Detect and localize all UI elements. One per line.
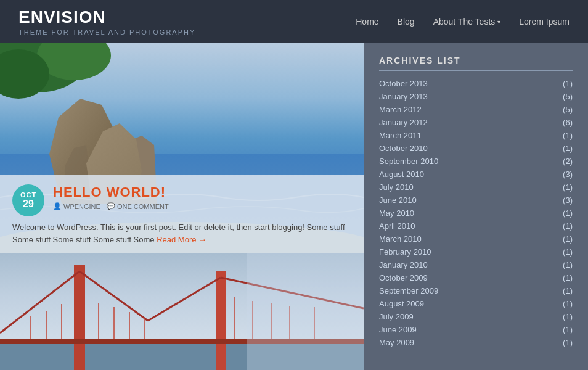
archive-item: January 2010(1) (379, 258, 573, 271)
archive-item: August 2009(1) (379, 297, 573, 310)
svg-rect-30 (247, 253, 364, 370)
archive-link[interactable]: July 2009 (379, 312, 414, 321)
archive-item: June 2010(3) (379, 194, 573, 207)
archive-count: (1) (563, 144, 573, 153)
post1-header: OCT 29 HELLO WORLD! 👤 WPENGINE 💬 (12, 184, 351, 216)
content-area: OCT 29 HELLO WORLD! 👤 WPENGINE 💬 (0, 43, 364, 370)
archive-count: (1) (563, 312, 573, 321)
nav-home[interactable]: Home (356, 17, 378, 27)
main-nav: Home Blog About The Tests ▾ Lorem Ipsum (356, 17, 570, 27)
archive-count: (1) (563, 247, 573, 257)
archive-link[interactable]: June 2009 (379, 325, 417, 334)
post1-excerpt: Welcome to WordPress. This is your first… (12, 221, 351, 245)
archive-count: (1) (563, 260, 573, 269)
chevron-down-icon: ▾ (497, 18, 500, 25)
archive-count: (1) (563, 299, 573, 308)
post1-title-area: HELLO WORLD! 👤 WPENGINE 💬 ONE COMMENT (53, 184, 169, 210)
archive-count: (1) (563, 338, 573, 347)
post2-image (0, 253, 364, 370)
site-tagline: THEME FOR TRAVEL AND PHOTOGRAPHY (18, 28, 195, 36)
archive-item: March 2010(1) (379, 232, 573, 245)
svg-rect-12 (216, 271, 226, 370)
archive-item: January 2013(5) (379, 90, 573, 103)
archive-link[interactable]: May 2010 (379, 208, 414, 218)
archive-count: (1) (563, 325, 573, 334)
archive-link[interactable]: October 2009 (379, 273, 428, 282)
archive-item: October 2009(1) (379, 271, 573, 284)
archive-item: June 2009(1) (379, 323, 573, 336)
post1-comments: 💬 ONE COMMENT (107, 202, 169, 210)
nav-about-tests[interactable]: About The Tests ▾ (433, 17, 501, 27)
post1-image-container: OCT 29 HELLO WORLD! 👤 WPENGINE 💬 (0, 43, 364, 253)
archive-item: April 2010(1) (379, 220, 573, 232)
site-title: ENVISION (18, 7, 195, 27)
archive-count: (5) (563, 92, 573, 101)
archive-link[interactable]: August 2010 (379, 170, 424, 179)
archive-link[interactable]: October 2013 (379, 79, 428, 88)
post1-title[interactable]: HELLO WORLD! (53, 184, 169, 200)
archive-link[interactable]: January 2012 (379, 118, 428, 127)
archive-link[interactable]: October 2010 (379, 144, 428, 153)
archive-count: (1) (563, 273, 573, 282)
archive-item: September 2010(2) (379, 155, 573, 168)
archive-count: (1) (563, 79, 573, 88)
author-icon: 👤 (53, 202, 62, 210)
post1-author: 👤 WPENGINE (53, 202, 100, 210)
archive-item: March 2011(1) (379, 129, 573, 142)
post1-meta: 👤 WPENGINE 💬 ONE COMMENT (53, 202, 169, 210)
archive-item: May 2009(1) (379, 336, 573, 349)
archive-item: August 2010(3) (379, 168, 573, 181)
archive-item: October 2013(1) (379, 77, 573, 90)
archive-item: September 2009(1) (379, 284, 573, 297)
sidebar: ARCHIVES LIST October 2013(1)January 201… (364, 43, 588, 370)
archives-title: ARCHIVES LIST (379, 56, 573, 65)
archive-link[interactable]: July 2010 (379, 183, 414, 192)
archive-count: (5) (563, 105, 573, 114)
svg-rect-11 (74, 265, 85, 370)
archive-count: (6) (563, 118, 573, 127)
archive-count: (2) (563, 157, 573, 166)
archive-link[interactable]: January 2010 (379, 260, 428, 269)
archive-item: February 2010(1) (379, 245, 573, 258)
archive-item: October 2010(1) (379, 142, 573, 155)
post1-date-badge: OCT 29 (12, 184, 44, 216)
archive-count: (1) (563, 234, 573, 244)
archive-link[interactable]: March 2011 (379, 131, 422, 140)
post1-day: 29 (23, 199, 34, 210)
archive-link[interactable]: March 2012 (379, 105, 422, 114)
archives-divider (379, 70, 573, 71)
archive-link[interactable]: August 2009 (379, 299, 424, 308)
archive-item: January 2012(6) (379, 116, 573, 129)
archive-item: July 2009(1) (379, 310, 573, 323)
archive-link[interactable]: February 2010 (379, 247, 431, 257)
archive-count: (1) (563, 208, 573, 218)
archive-link[interactable]: September 2010 (379, 157, 438, 166)
archive-link[interactable]: April 2010 (379, 221, 415, 231)
archive-link[interactable]: September 2009 (379, 286, 438, 295)
archive-link[interactable]: January 2013 (379, 92, 428, 101)
nav-lorem-ipsum[interactable]: Lorem Ipsum (519, 17, 570, 27)
site-branding: ENVISION THEME FOR TRAVEL AND PHOTOGRAPH… (18, 7, 195, 36)
archive-count: (1) (563, 131, 573, 140)
comment-icon: 💬 (107, 202, 115, 210)
bridge-svg (0, 253, 364, 370)
archive-item: March 2012(5) (379, 103, 573, 116)
nav-blog[interactable]: Blog (398, 17, 415, 27)
archive-link[interactable]: May 2009 (379, 338, 414, 347)
site-header: ENVISION THEME FOR TRAVEL AND PHOTOGRAPH… (0, 0, 588, 43)
archive-link[interactable]: June 2010 (379, 195, 417, 205)
post1-month: OCT (20, 191, 36, 199)
archive-count: (3) (563, 195, 573, 205)
archive-count: (1) (563, 183, 573, 192)
archive-link[interactable]: March 2010 (379, 234, 422, 244)
archive-count: (3) (563, 170, 573, 179)
archive-item: July 2010(1) (379, 181, 573, 194)
main-layout: OCT 29 HELLO WORLD! 👤 WPENGINE 💬 (0, 43, 588, 370)
post1-read-more[interactable]: Read More → (157, 235, 206, 244)
archive-count: (1) (563, 286, 573, 295)
archive-item: May 2010(1) (379, 207, 573, 220)
archives-list: October 2013(1)January 2013(5)March 2012… (379, 77, 573, 349)
post1-overlay: OCT 29 HELLO WORLD! 👤 WPENGINE 💬 (0, 175, 364, 253)
archive-count: (1) (563, 221, 573, 231)
